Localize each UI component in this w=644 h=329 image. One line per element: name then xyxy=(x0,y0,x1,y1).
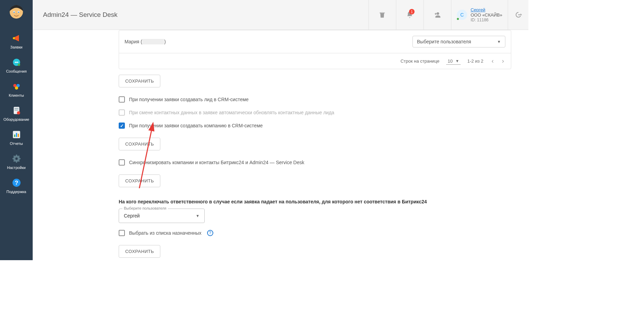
user-name-link[interactable]: Сергей xyxy=(471,7,502,12)
next-page-button[interactable]: › xyxy=(502,57,504,65)
chevron-down-icon: ▼ xyxy=(196,214,200,218)
clipboard-icon xyxy=(12,106,21,115)
user-block[interactable]: С Сергей ООО «СКАЙВ» ID: 11186 xyxy=(451,0,508,30)
svg-point-3 xyxy=(13,12,14,13)
checkbox-icon[interactable] xyxy=(119,96,125,103)
checkbox-create-lead[interactable]: При получении заявки создавать лид в CRM… xyxy=(119,93,511,106)
sidebar-item-messages[interactable]: Сообщения xyxy=(0,53,33,77)
user-avatar: С xyxy=(457,10,467,20)
svg-point-10 xyxy=(18,64,20,66)
checkbox-select-from-assigned[interactable]: Выбрать из списка назначенных ? xyxy=(119,226,511,240)
gear-icon xyxy=(12,154,21,163)
checkbox-update-lead: При смене контактных данных в заявке авт… xyxy=(119,106,511,119)
responsible-user-select[interactable]: Выберите пользователя Сергей ▼ xyxy=(119,209,205,223)
svg-rect-19 xyxy=(14,135,15,137)
svg-point-7 xyxy=(14,62,16,63)
sidebar: Заявки Сообщения Клиенты Оборудование От… xyxy=(0,0,33,260)
sidebar-item-tickets[interactable]: Заявки xyxy=(0,29,33,53)
page-title: Admin24 — Service Desk xyxy=(43,11,117,19)
megaphone-icon xyxy=(12,33,21,43)
svg-point-17 xyxy=(17,111,20,114)
sidebar-item-settings[interactable]: Настройки xyxy=(0,150,33,174)
user-company: ООО «СКАЙВ» xyxy=(471,12,502,18)
row-user-name: Мария ( ) xyxy=(125,39,412,44)
svg-point-5 xyxy=(16,13,17,14)
table-footer: Строк на странице 10 ▼ 1-2 из 2 ‹ › xyxy=(119,53,511,69)
logout-button[interactable] xyxy=(508,0,528,30)
logout-icon xyxy=(514,11,523,19)
checkbox-create-company[interactable]: При получении заявки создавать компанию … xyxy=(119,119,511,132)
blurred-text xyxy=(142,39,164,44)
header: Admin24 — Service Desk 1 С xyxy=(33,0,528,30)
sidebar-item-support[interactable]: ? Поддержка xyxy=(0,174,33,198)
svg-point-9 xyxy=(17,62,18,63)
svg-point-23 xyxy=(15,158,18,160)
save-button[interactable]: СОХРАНИТЬ xyxy=(119,245,160,258)
prev-page-button[interactable]: ‹ xyxy=(492,57,494,65)
svg-rect-15 xyxy=(14,108,19,109)
users-card: Мария ( ) Выберите пользователя ▼ Строк … xyxy=(119,30,511,69)
add-user-button[interactable] xyxy=(423,0,451,30)
chart-icon xyxy=(12,130,21,139)
users-icon xyxy=(12,82,21,91)
notifications-button[interactable]: 1 xyxy=(396,0,423,30)
checkbox-icon-checked[interactable] xyxy=(119,123,125,129)
svg-point-13 xyxy=(15,86,18,89)
notification-badge: 1 xyxy=(409,9,415,14)
checkbox-sync-companies[interactable]: Синхронизировать компании и контакты Бит… xyxy=(119,156,511,169)
svg-point-26 xyxy=(437,12,439,15)
trash-icon xyxy=(378,11,386,19)
svg-point-4 xyxy=(18,12,19,13)
table-row: Мария ( ) Выберите пользователя ▼ xyxy=(119,30,511,53)
chevron-down-icon: ▼ xyxy=(455,59,459,63)
chevron-down-icon: ▼ xyxy=(497,40,501,44)
svg-rect-21 xyxy=(18,134,19,137)
svg-point-8 xyxy=(16,62,17,63)
checkbox-icon xyxy=(119,109,125,116)
sidebar-item-clients[interactable]: Клиенты xyxy=(0,77,33,102)
checkbox-icon[interactable] xyxy=(119,230,125,236)
user-select[interactable]: Выберите пользователя ▼ xyxy=(412,36,505,47)
chat-icon xyxy=(12,57,21,67)
svg-rect-20 xyxy=(16,133,17,137)
save-button[interactable]: СОХРАНИТЬ xyxy=(119,75,160,87)
save-button[interactable]: СОХРАНИТЬ xyxy=(119,138,160,150)
trash-button[interactable] xyxy=(368,0,396,30)
add-user-icon xyxy=(433,11,441,19)
rows-per-page-select[interactable]: 10 ▼ xyxy=(446,58,460,65)
status-indicator xyxy=(456,17,460,21)
user-id: ID: 11186 xyxy=(471,18,502,22)
checkbox-icon[interactable] xyxy=(119,159,125,166)
help-icon: ? xyxy=(12,178,21,188)
save-button[interactable]: СОХРАНИТЬ xyxy=(119,174,160,187)
app-logo xyxy=(7,3,26,22)
page-info: 1-2 из 2 xyxy=(468,59,483,64)
svg-text:?: ? xyxy=(15,180,18,186)
svg-rect-16 xyxy=(14,110,19,110)
help-icon[interactable]: ? xyxy=(207,230,213,236)
responsible-heading: На кого переключать ответственного в слу… xyxy=(119,199,511,204)
sidebar-item-reports[interactable]: Отчеты xyxy=(0,126,33,150)
rows-per-page-label: Строк на странице xyxy=(400,59,439,64)
sidebar-item-equipment[interactable]: Оборудование xyxy=(0,102,33,126)
